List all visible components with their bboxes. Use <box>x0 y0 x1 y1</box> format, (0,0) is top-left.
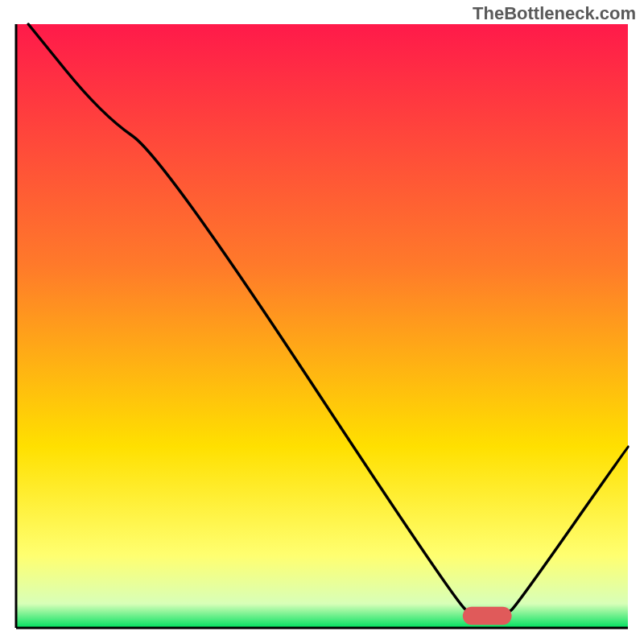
attribution-label: TheBottleneck.com <box>473 3 636 24</box>
chart-svg <box>0 0 644 644</box>
optimal-marker <box>463 607 512 625</box>
plot-area <box>16 24 628 628</box>
chart-container: TheBottleneck.com <box>0 0 644 644</box>
